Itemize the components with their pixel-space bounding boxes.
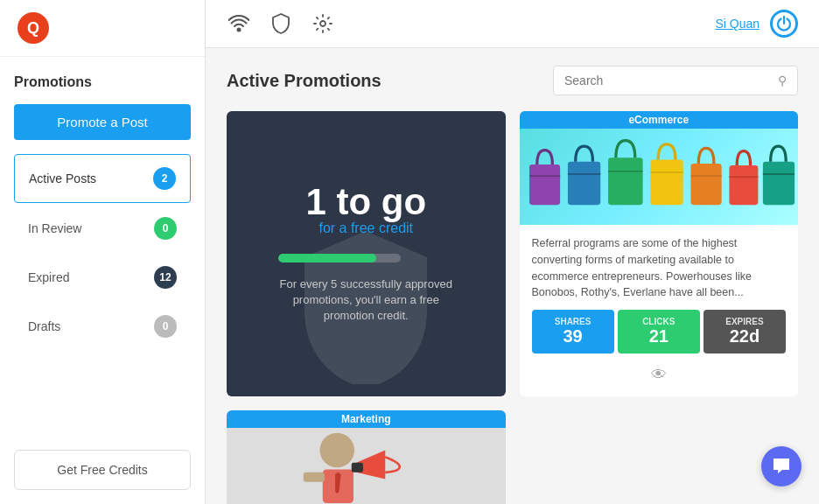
svg-point-0: [237, 28, 242, 32]
svg-rect-2: [528, 164, 559, 205]
shares-value: 39: [536, 326, 611, 346]
shield-nav-icon[interactable]: [269, 11, 293, 36]
drafts-badge: 0: [154, 315, 177, 338]
get-credits-button[interactable]: Get Free Credits: [14, 450, 191, 490]
ecommerce-card-image: eCommerce: [520, 111, 799, 225]
top-navigation: Si Quan: [206, 0, 819, 48]
svg-rect-6: [608, 158, 643, 205]
sidebar-logo-area: Q: [0, 0, 205, 57]
expires-label: EXPIRES: [707, 317, 782, 326]
credit-promo-card: 1 to go for a free credit For every 5 su…: [227, 111, 506, 396]
sidebar-item-expired[interactable]: Expired 12: [14, 254, 191, 301]
chat-icon: [772, 457, 791, 476]
svg-rect-8: [650, 160, 682, 206]
user-name-link[interactable]: Si Quan: [715, 17, 760, 31]
ecommerce-card-text: Referral programs are some of the highes…: [532, 235, 787, 301]
chat-bubble-button[interactable]: [761, 446, 802, 486]
clicks-label: CLICKS: [621, 317, 696, 326]
signal-icon[interactable]: [227, 11, 251, 36]
credit-description: For every 5 successfully approved promot…: [278, 276, 453, 325]
eye-icon[interactable]: 👁: [651, 366, 667, 384]
sidebar-item-drafts[interactable]: Drafts 0: [14, 303, 191, 350]
search-box: ⚲: [553, 66, 798, 95]
sidebar-item-label: Active Posts: [29, 172, 96, 186]
sidebar-item-label: Expired: [28, 270, 69, 284]
progress-bar-fill: [278, 254, 376, 262]
ecommerce-card-body: Referral programs are some of the highes…: [520, 225, 799, 396]
app-logo: Q: [18, 12, 49, 44]
shopping-bags-image: [520, 117, 799, 225]
svg-rect-12: [729, 165, 758, 205]
expired-badge: 12: [154, 266, 177, 289]
topnav-right: Si Quan: [715, 10, 798, 38]
marketing-tag: Marketing: [227, 410, 506, 428]
search-icon: ⚲: [778, 74, 787, 88]
sidebar-title: Promotions: [14, 74, 191, 90]
search-input[interactable]: [564, 74, 778, 88]
sidebar-item-label: Drafts: [28, 319, 60, 333]
svg-rect-4: [567, 162, 599, 205]
card-footer: 👁: [532, 360, 787, 386]
in-review-badge: 0: [154, 217, 177, 240]
clicks-value: 21: [621, 326, 696, 346]
svg-rect-18: [304, 472, 325, 482]
main-area: Si Quan Active Promotions ⚲ 1 to go: [206, 0, 819, 504]
svg-rect-14: [762, 162, 794, 205]
page-title: Active Promotions: [227, 71, 382, 91]
marketing-card-image: Marketing: [227, 410, 506, 504]
gear-nav-icon[interactable]: [311, 11, 335, 36]
power-button[interactable]: [770, 10, 798, 38]
topnav-icons-group: [227, 11, 715, 36]
content-header: Active Promotions ⚲: [227, 66, 798, 95]
expires-value: 22d: [707, 326, 782, 346]
progress-bar: [278, 254, 401, 262]
sidebar-item-label: In Review: [28, 221, 81, 235]
sidebar: Q Promotions Promote a Post Active Posts…: [0, 0, 206, 504]
content-area: Active Promotions ⚲ 1 to go for a free c…: [206, 48, 819, 504]
clicks-stat: CLICKS 21: [618, 310, 700, 354]
svg-rect-10: [690, 164, 721, 205]
credit-subline: for a free credit: [278, 220, 453, 236]
sidebar-content: Promotions Promote a Post Active Posts 2…: [0, 57, 205, 439]
cards-grid: 1 to go for a free credit For every 5 su…: [227, 111, 798, 504]
svg-point-1: [320, 21, 326, 26]
marketing-image-svg: [227, 416, 506, 504]
shares-stat: SHARES 39: [532, 310, 614, 354]
expires-stat: EXPIRES 22d: [704, 310, 786, 354]
promote-post-button[interactable]: Promote a Post: [14, 104, 191, 140]
marketing-promo-card: Marketing: [227, 410, 506, 504]
card-stats: SHARES 39 CLICKS 21 EXPIRES 22d: [532, 310, 787, 354]
shares-label: SHARES: [536, 317, 611, 326]
sidebar-item-in-review[interactable]: In Review 0: [14, 205, 191, 252]
ecommerce-promo-card: eCommerce: [520, 111, 799, 396]
credit-headline: 1 to go: [278, 184, 453, 220]
svg-rect-20: [352, 463, 363, 472]
sidebar-item-active-posts[interactable]: Active Posts 2: [14, 154, 191, 203]
svg-point-16: [319, 433, 354, 468]
ecommerce-tag: eCommerce: [520, 111, 799, 129]
active-posts-badge: 2: [153, 167, 176, 190]
